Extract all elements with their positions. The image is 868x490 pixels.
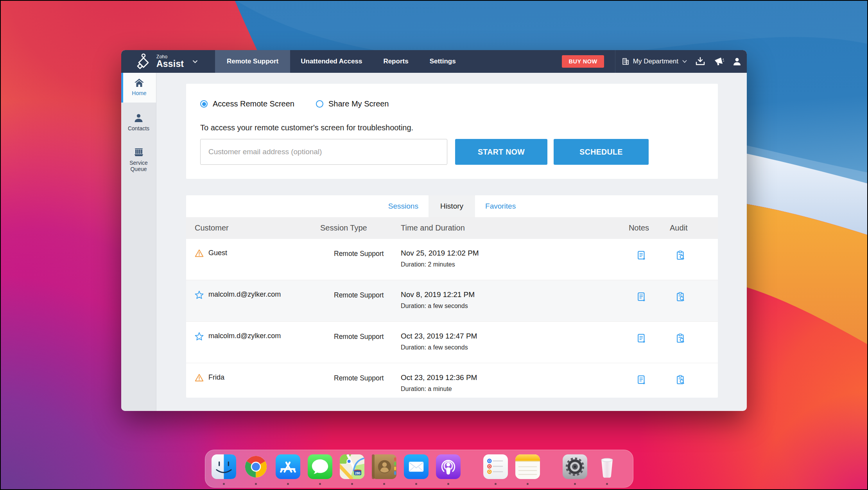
dock-system-preferences[interactable] (563, 454, 587, 481)
home-icon (134, 78, 144, 88)
dock-mail[interactable] (404, 454, 429, 481)
chevron-down-icon[interactable] (192, 60, 198, 63)
radio-share-my-screen[interactable] (316, 100, 323, 108)
account-button[interactable] (733, 57, 741, 66)
nav-tab-remote-support[interactable]: Remote Support (215, 50, 290, 73)
nav-tab-settings[interactable]: Settings (419, 50, 466, 73)
sidebar-item-home[interactable]: Home (121, 73, 156, 103)
radio-share-label[interactable]: Share My Screen (328, 99, 389, 108)
announcements-button[interactable] (714, 57, 724, 66)
mail-icon (404, 454, 429, 479)
notes-button[interactable] (620, 363, 664, 398)
user-icon (733, 57, 741, 66)
session-duration: Duration: a few seconds (401, 303, 620, 310)
customer-name[interactable]: Frida (208, 373, 224, 398)
logo-assist: Assist (156, 59, 184, 68)
app-logo[interactable]: Zoho Assist (121, 50, 215, 73)
add-notes-icon (637, 250, 646, 261)
chrome-icon (244, 454, 268, 479)
sidebar: Home Contacts Service Queue (121, 73, 156, 411)
session-time: Oct 23, 2019 12:36 PM (401, 373, 620, 382)
customer-name[interactable]: malcolm.d@zylker.com (208, 332, 281, 363)
table-row: malcolm.d@zylker.com Remote Support Oct … (186, 321, 718, 363)
history-tabs: Sessions History Favorites (186, 195, 718, 217)
department-label: My Department (633, 58, 678, 65)
customer-name[interactable]: malcolm.d@zylker.com (208, 290, 281, 321)
dock-finder[interactable] (212, 454, 236, 481)
table-header: Customer Session Type Time and Duration … (186, 217, 718, 238)
building-icon (622, 58, 629, 65)
system-preferences-icon (563, 454, 587, 479)
audit-icon (676, 292, 685, 302)
table-row: malcolm.d@zylker.com Remote Support Nov … (186, 280, 718, 321)
session-type: Remote Support (320, 322, 401, 363)
add-notes-icon (637, 333, 646, 344)
tab-sessions[interactable]: Sessions (378, 195, 429, 217)
notes-button[interactable] (620, 322, 664, 363)
session-description: To access your remote customer's screen … (200, 123, 718, 132)
dock-chrome[interactable] (244, 454, 268, 481)
buy-now-button[interactable]: BUY NOW (562, 55, 604, 68)
session-type: Remote Support (320, 239, 401, 280)
audit-icon (676, 375, 685, 385)
column-session-type: Session Type (320, 223, 401, 232)
department-selector[interactable]: My Department (622, 58, 687, 65)
session-duration: Duration: 2 minutes (401, 261, 620, 268)
schedule-button[interactable]: SCHEDULE (554, 139, 649, 165)
messages-icon (308, 454, 332, 479)
nav-tab-unattended-access[interactable]: Unattended Access (290, 50, 373, 73)
column-customer: Customer (186, 223, 320, 232)
audit-button[interactable] (664, 280, 718, 321)
nav-separator (615, 50, 615, 73)
dock-maps[interactable]: 280 (340, 454, 364, 481)
notes-icon (515, 454, 540, 479)
dock-reminders[interactable] (483, 454, 508, 481)
audit-button[interactable] (664, 239, 718, 280)
chevron-down-icon (682, 60, 687, 63)
zoho-assist-logo-icon (135, 53, 152, 70)
tab-favorites[interactable]: Favorites (475, 195, 526, 217)
megaphone-icon (714, 57, 724, 66)
radio-access-label[interactable]: Access Remote Screen (213, 99, 294, 108)
audit-icon (676, 250, 685, 261)
sidebar-item-contacts[interactable]: Contacts (121, 109, 156, 136)
tab-history[interactable]: History (429, 195, 475, 217)
audit-button[interactable] (664, 322, 718, 363)
app-navbar: Zoho Assist Remote Support Unattended Ac… (121, 50, 747, 73)
app-store-icon (276, 454, 300, 479)
dock-messages[interactable] (308, 454, 332, 481)
customer-name[interactable]: Guest (208, 249, 227, 280)
sidebar-item-label: Contacts (128, 125, 149, 132)
warning-icon (195, 249, 204, 258)
dock-trash[interactable] (595, 454, 619, 481)
nav-tab-reports[interactable]: Reports (373, 50, 419, 73)
zoho-assist-window: Zoho Assist Remote Support Unattended Ac… (121, 50, 747, 411)
contacts-icon (372, 454, 396, 479)
svg-text:280: 280 (355, 471, 360, 475)
radio-access-remote-screen[interactable] (200, 100, 208, 108)
audit-icon (676, 333, 685, 344)
table-row: Frida Remote Support Oct 23, 2019 12:36 … (186, 363, 718, 398)
finder-icon (212, 454, 236, 479)
dock-app-store[interactable] (276, 454, 300, 481)
warning-icon (195, 373, 204, 382)
customer-email-input[interactable] (200, 139, 447, 165)
dock-podcasts[interactable] (436, 454, 461, 481)
dock-contacts[interactable] (372, 454, 396, 481)
session-duration: Duration: a few seconds (401, 344, 620, 351)
notes-button[interactable] (620, 239, 664, 280)
reminders-icon (483, 454, 508, 479)
session-time: Nov 8, 2019 12:21 PM (401, 290, 620, 299)
podcasts-icon (436, 454, 461, 479)
session-type: Remote Support (320, 363, 401, 398)
audit-button[interactable] (664, 363, 718, 398)
session-time: Oct 23, 2019 12:47 PM (401, 332, 620, 340)
download-button[interactable] (696, 57, 705, 66)
sidebar-item-service-queue[interactable]: Service Queue (121, 142, 156, 177)
dock-notes[interactable] (515, 454, 540, 481)
nav-tabs: Remote Support Unattended Access Reports… (215, 50, 466, 73)
start-now-button[interactable]: START NOW (455, 139, 547, 165)
dock: 280 (205, 450, 633, 488)
service-queue-icon (133, 147, 144, 157)
notes-button[interactable] (620, 280, 664, 321)
